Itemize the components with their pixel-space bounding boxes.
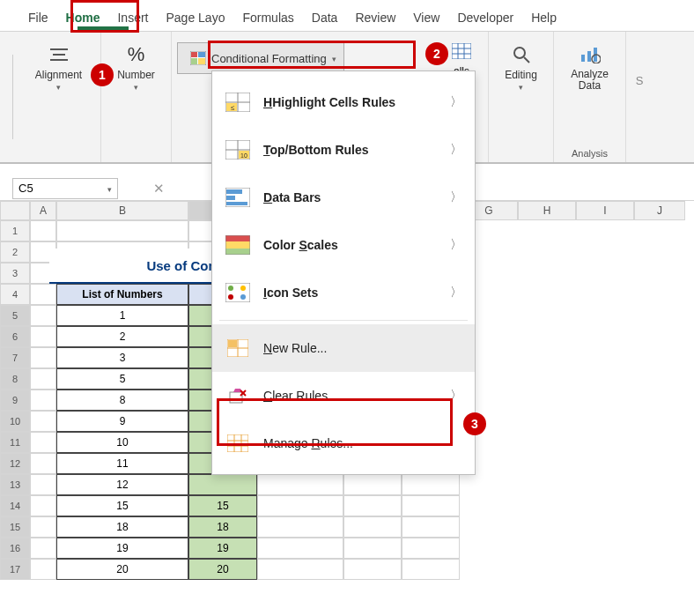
table-cell[interactable]: 5 [56,368,188,390]
cell[interactable] [30,474,56,495]
tab-view[interactable]: View [404,4,448,31]
row-header[interactable]: 1 [0,220,30,241]
table-header[interactable]: List of Numbers [56,284,188,305]
table-cell[interactable]: 19 [56,538,188,559]
table-cell[interactable]: 3 [56,347,188,368]
col-J[interactable]: J [634,201,685,220]
cell[interactable] [343,559,402,580]
svg-rect-33 [225,235,250,241]
tab-data[interactable]: Data [303,4,347,31]
row-header[interactable]: 10 [0,411,30,432]
cell[interactable] [402,495,460,516]
table-cell[interactable]: 10 [56,432,188,453]
table-cell[interactable]: 2 [56,326,188,347]
cell[interactable] [402,516,460,538]
select-all-corner[interactable] [0,201,30,220]
tab-file[interactable]: File [19,4,57,31]
cell[interactable] [343,516,402,538]
menu-clear-rules[interactable]: Clear Rules 〉 [212,372,475,419]
cell[interactable] [30,559,56,580]
menu-highlight-cells-rules[interactable]: ≤ HHighlight Cells Rules 〉 [212,78,475,126]
row-header[interactable]: 3 [0,263,30,284]
col-B[interactable]: B [56,201,188,220]
tab-help[interactable]: Help [522,4,565,31]
alignment-button[interactable]: Alignment ▾ [30,39,88,92]
menu-data-bars[interactable]: Data Bars 〉 [212,174,475,221]
cell[interactable] [56,220,188,241]
callout-1: 1 [91,63,114,86]
table-cell[interactable] [188,474,257,495]
menu-top-bottom-rules[interactable]: 10 Top/Bottom Rules 〉 [212,126,475,174]
cell[interactable] [257,474,343,495]
tab-page-layout[interactable]: Page Layo [157,4,233,31]
row-header[interactable]: 5 [0,305,30,326]
row-header[interactable]: 6 [0,326,30,347]
row-header[interactable]: 13 [0,474,30,495]
table-cell[interactable]: 19 [188,538,257,559]
cell[interactable] [402,538,460,559]
menu-new-rule[interactable]: New Rule... [212,324,475,372]
menu-icon-sets[interactable]: Icon Sets 〉 [212,269,475,316]
row-header[interactable]: 4 [0,284,30,305]
col-H[interactable]: H [518,201,576,220]
cell[interactable] [257,538,343,559]
tab-review[interactable]: Review [346,4,404,31]
table-cell[interactable]: 15 [56,495,188,516]
row-header[interactable]: 7 [0,347,30,368]
row-header[interactable]: 11 [0,432,30,453]
cell[interactable] [30,495,56,516]
cell[interactable] [30,305,56,326]
row-header[interactable]: 15 [0,516,30,538]
table-cell[interactable]: 9 [56,411,188,432]
grid-row: 1312 [0,474,694,495]
cell[interactable] [30,453,56,474]
cell[interactable] [30,538,56,559]
table-cell[interactable]: 20 [188,559,257,580]
editing-button[interactable]: Editing ▾ [492,39,550,92]
cell[interactable] [30,220,56,241]
analyze-data-button[interactable]: Analyze Data [561,39,619,92]
cell[interactable] [30,347,56,368]
row-header[interactable]: 8 [0,368,30,390]
number-button[interactable]: % Number ▾ [107,39,166,92]
svg-rect-8 [452,43,471,59]
name-box[interactable]: C5 ▾ [12,178,118,199]
tab-formulas[interactable]: Formulas [233,4,302,31]
cell[interactable] [402,559,460,580]
table-cell[interactable]: 20 [56,559,188,580]
cell[interactable] [30,432,56,453]
table-cell[interactable]: 15 [188,495,257,516]
cell[interactable] [257,559,343,580]
cell[interactable] [343,474,402,495]
row-header[interactable]: 14 [0,495,30,516]
cell[interactable] [402,474,460,495]
cell[interactable] [257,495,343,516]
table-cell[interactable]: 18 [188,516,257,538]
col-A[interactable]: A [30,201,56,220]
table-cell[interactable]: 11 [56,453,188,474]
menu-manage-rules[interactable]: Manage Rules... [212,419,475,467]
row-header[interactable]: 9 [0,390,30,411]
menu-color-scales[interactable]: Color Scales 〉 [212,221,475,269]
cell[interactable] [30,390,56,411]
table-cell[interactable]: 18 [56,516,188,538]
table-cell[interactable]: 1 [56,305,188,326]
row-header[interactable]: 16 [0,538,30,559]
tab-developer[interactable]: Developer [448,4,522,31]
row-header[interactable]: 12 [0,453,30,474]
cell[interactable] [257,516,343,538]
table-cell[interactable]: 12 [56,474,188,495]
row-header[interactable]: 17 [0,559,30,580]
cell[interactable] [30,411,56,432]
cancel-icon[interactable]: ✕ [153,181,165,197]
conditional-formatting-button[interactable]: Conditional Formatting ▾ [177,42,344,74]
cell[interactable] [30,326,56,347]
cell[interactable] [30,284,56,305]
cell[interactable] [30,368,56,390]
table-cell[interactable]: 8 [56,390,188,411]
cell[interactable] [343,495,402,516]
cell[interactable] [343,538,402,559]
row-header[interactable]: 2 [0,241,30,263]
col-I[interactable]: I [576,201,634,220]
cell[interactable] [30,516,56,538]
